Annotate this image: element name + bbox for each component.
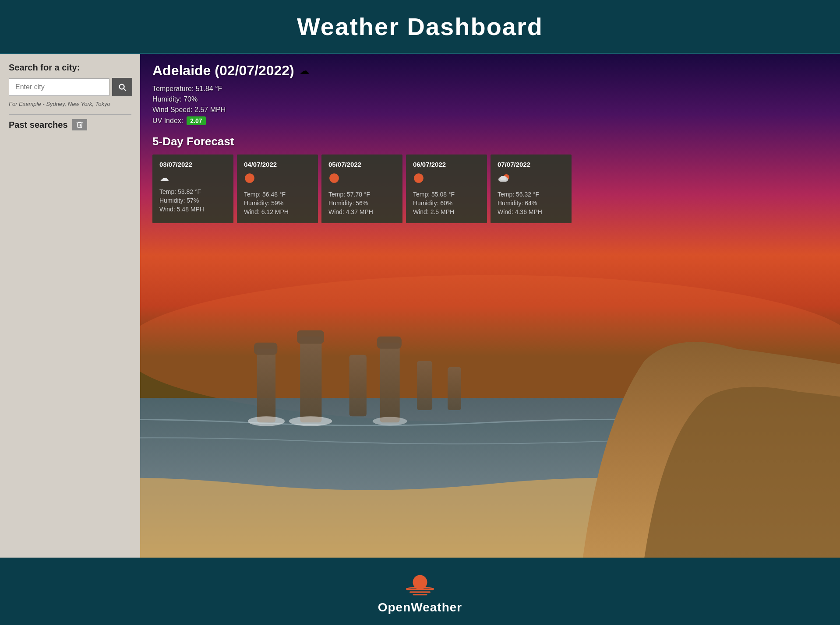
svg-rect-5 xyxy=(300,337,321,423)
weather-content: Adelaide (02/07/2022) ☁ Temperature: 51.… xyxy=(140,54,840,232)
uv-row: UV Index: 2.07 xyxy=(152,116,828,125)
forecast-section: 5-Day Forecast 03/07/2022 ☁ Temp: 53.82 … xyxy=(152,135,828,223)
past-searches-row: Past searches xyxy=(9,119,131,130)
svg-point-16 xyxy=(329,173,339,183)
app-footer: OpenWeather xyxy=(0,558,840,625)
forecast-icon-2 xyxy=(244,172,311,186)
svg-rect-9 xyxy=(377,337,402,349)
svg-rect-20 xyxy=(500,176,506,180)
forecast-date-3: 05/07/2022 xyxy=(328,161,395,168)
forecast-humidity-4: Humidity: 60% xyxy=(413,200,480,207)
forecast-card-3: 05/07/2022 Temp: 57.78 °F Humidity: 56% … xyxy=(321,154,402,223)
svg-rect-4 xyxy=(254,343,277,355)
sidebar: Search for a city: For Example - Sydney,… xyxy=(0,54,140,558)
svg-point-15 xyxy=(245,173,254,183)
app-header: Weather Dashboard xyxy=(0,0,840,54)
svg-rect-24 xyxy=(413,594,427,595)
search-input[interactable] xyxy=(9,78,109,96)
forecast-icon-4 xyxy=(413,172,480,186)
search-row xyxy=(9,78,131,96)
openweather-logo-icon xyxy=(402,571,438,597)
forecast-date-4: 06/07/2022 xyxy=(413,161,480,168)
svg-point-14 xyxy=(373,417,407,426)
forecast-humidity-3: Humidity: 56% xyxy=(328,200,395,207)
forecast-date-5: 07/07/2022 xyxy=(498,161,565,168)
trash-icon xyxy=(76,121,84,129)
clear-history-button[interactable] xyxy=(72,119,87,130)
forecast-wind-3: Wind: 4.37 MPH xyxy=(328,208,395,215)
temperature-stat: Temperature: 51.84 °F xyxy=(152,85,828,93)
forecast-icon-5 xyxy=(498,172,565,186)
page-title: Weather Dashboard xyxy=(0,12,840,41)
forecast-temp-2: Temp: 56.48 °F xyxy=(244,191,311,198)
divider xyxy=(9,114,131,115)
svg-rect-22 xyxy=(406,589,434,590)
forecast-humidity-2: Humidity: 59% xyxy=(244,200,311,207)
svg-rect-11 xyxy=(448,367,461,410)
svg-point-12 xyxy=(248,416,285,426)
forecast-wind-5: Wind: 4.36 MPH xyxy=(498,208,565,215)
forecast-card-2: 04/07/2022 Temp: 56.48 °F Humidity: 59% … xyxy=(237,154,318,223)
forecast-temp-3: Temp: 57.78 °F xyxy=(328,191,395,198)
forecast-temp-5: Temp: 56.32 °F xyxy=(498,191,565,198)
forecast-icon-1: ☁ xyxy=(159,172,169,184)
main-content: Search for a city: For Example - Sydney,… xyxy=(0,54,840,558)
forecast-cards: 03/07/2022 ☁ Temp: 53.82 °F Humidity: 57… xyxy=(152,154,828,223)
past-searches-label: Past searches xyxy=(9,120,68,130)
forecast-date-2: 04/07/2022 xyxy=(244,161,311,168)
svg-rect-3 xyxy=(257,349,275,422)
forecast-humidity-5: Humidity: 64% xyxy=(498,200,565,207)
search-example: For Example - Sydney, New York, Tokyo xyxy=(9,101,131,107)
footer-logo: OpenWeather xyxy=(378,571,462,614)
city-header: Adelaide (02/07/2022) ☁ xyxy=(152,63,828,79)
svg-point-13 xyxy=(289,416,332,426)
forecast-temp-1: Temp: 53.82 °F xyxy=(159,188,226,195)
forecast-wind-4: Wind: 2.5 MPH xyxy=(413,208,480,215)
search-section-label: Search for a city: xyxy=(9,63,131,73)
forecast-wind-2: Wind: 6.12 MPH xyxy=(244,208,311,215)
footer-brand: OpenWeather xyxy=(378,600,462,614)
svg-point-17 xyxy=(414,173,424,183)
city-name: Adelaide (02/07/2022) xyxy=(152,63,294,79)
forecast-title: 5-Day Forecast xyxy=(152,135,828,148)
wind-stat: Wind Speed: 2.57 MPH xyxy=(152,106,828,114)
forecast-card-4: 06/07/2022 Temp: 55.08 °F Humidity: 60% … xyxy=(406,154,487,223)
svg-rect-6 xyxy=(297,330,324,344)
svg-rect-7 xyxy=(349,355,367,416)
forecast-card-5: 07/07/2022 Temp: 56.32 °F Humidity: 64% … xyxy=(491,154,572,223)
search-icon xyxy=(117,82,127,92)
humidity-stat: Humidity: 70% xyxy=(152,95,828,103)
svg-rect-10 xyxy=(417,361,432,410)
forecast-humidity-1: Humidity: 57% xyxy=(159,197,226,204)
forecast-temp-4: Temp: 55.08 °F xyxy=(413,191,480,198)
forecast-wind-1: Wind: 5.48 MPH xyxy=(159,206,226,213)
search-button[interactable] xyxy=(112,78,132,96)
forecast-icon-3 xyxy=(328,172,395,186)
current-weather-icon: ☁ xyxy=(300,65,309,77)
forecast-card-1: 03/07/2022 ☁ Temp: 53.82 °F Humidity: 57… xyxy=(152,154,233,223)
svg-rect-8 xyxy=(380,343,400,422)
uv-label: UV Index: xyxy=(152,117,183,125)
svg-rect-23 xyxy=(409,591,431,593)
weather-panel: Adelaide (02/07/2022) ☁ Temperature: 51.… xyxy=(140,54,840,558)
uv-badge: 2.07 xyxy=(187,116,205,125)
forecast-date-1: 03/07/2022 xyxy=(159,161,226,168)
